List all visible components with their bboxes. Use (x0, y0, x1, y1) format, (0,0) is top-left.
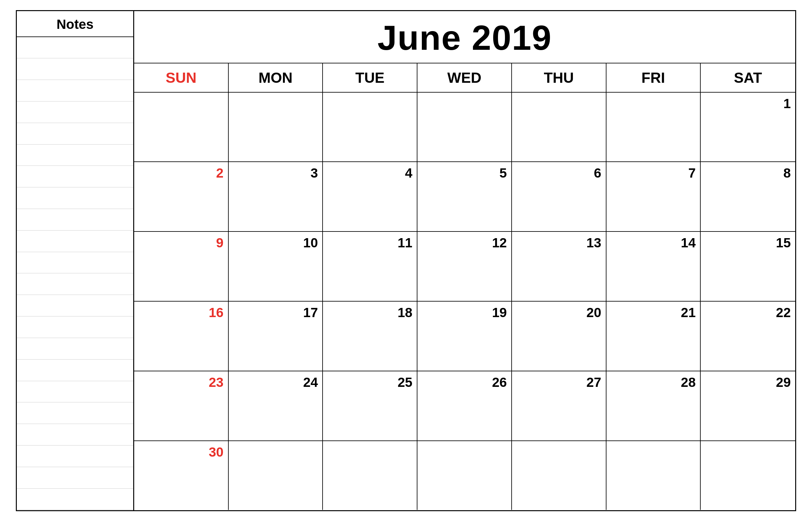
day-cell[interactable]: 23 (134, 371, 229, 440)
day-cell[interactable]: 12 (418, 232, 512, 301)
day-number: 4 (328, 165, 412, 181)
day-cell (323, 441, 418, 510)
day-cell (512, 441, 606, 510)
notes-line[interactable] (17, 338, 133, 360)
day-cell[interactable]: 29 (701, 371, 795, 440)
day-cell (418, 441, 512, 510)
day-number: 30 (139, 444, 224, 460)
day-cell[interactable]: 10 (229, 232, 323, 301)
week-row-2: 2345678 (134, 162, 795, 232)
notes-line[interactable] (17, 80, 133, 101)
day-cell[interactable]: 2 (134, 162, 229, 231)
day-cell[interactable]: 18 (323, 301, 418, 371)
notes-line[interactable] (17, 273, 133, 295)
notes-line[interactable] (17, 316, 133, 338)
notes-line[interactable] (17, 101, 133, 123)
day-cell (323, 93, 418, 162)
page-container: Notes June 2019 SUNMONTUEWEDTHUFRISAT 12… (16, 10, 796, 511)
day-cell (606, 93, 701, 162)
day-header-tue: TUE (323, 63, 418, 92)
day-number: 18 (328, 305, 412, 321)
day-cell[interactable]: 30 (134, 441, 229, 510)
notes-line[interactable] (17, 123, 133, 144)
week-row-4: 16171819202122 (134, 301, 795, 371)
notes-section: Notes (17, 11, 134, 510)
day-number: 25 (328, 375, 412, 390)
calendar-month-year: June 2019 (378, 18, 552, 57)
day-number: 22 (705, 305, 791, 321)
weeks-container: 1234567891011121314151617181920212223242… (134, 93, 795, 510)
day-cell[interactable]: 1 (701, 93, 795, 162)
notes-line[interactable] (17, 209, 133, 230)
day-header-thu: THU (512, 63, 606, 92)
week-row-6: 30 (134, 441, 795, 510)
day-cell[interactable]: 14 (606, 232, 701, 301)
notes-line[interactable] (17, 360, 133, 381)
day-number: 16 (139, 305, 224, 321)
day-header-fri: FRI (606, 63, 701, 92)
notes-line[interactable] (17, 446, 133, 467)
calendar-title-area: June 2019 (134, 11, 795, 63)
notes-line[interactable] (17, 252, 133, 274)
week-row-3: 9101112131415 (134, 232, 795, 301)
day-number: 28 (611, 375, 696, 390)
day-number: 20 (516, 305, 602, 321)
notes-line[interactable] (17, 467, 133, 489)
day-number: 24 (233, 375, 318, 390)
day-number: 13 (516, 235, 602, 251)
day-number: 11 (328, 235, 412, 251)
day-cell[interactable]: 21 (606, 301, 701, 371)
notes-line[interactable] (17, 187, 133, 209)
notes-lines (17, 37, 133, 510)
day-cell[interactable]: 20 (512, 301, 606, 371)
week-row-5: 23242526272829 (134, 371, 795, 441)
day-number: 2 (139, 165, 224, 181)
day-cell[interactable]: 9 (134, 232, 229, 301)
notes-line[interactable] (17, 58, 133, 80)
day-cell[interactable]: 19 (418, 301, 512, 371)
day-number: 27 (516, 375, 602, 390)
day-cell[interactable]: 5 (418, 162, 512, 231)
notes-line[interactable] (17, 37, 133, 59)
day-number: 9 (139, 235, 224, 251)
day-cell[interactable]: 22 (701, 301, 795, 371)
day-cell[interactable]: 11 (323, 232, 418, 301)
day-number: 10 (233, 235, 318, 251)
day-number: 14 (611, 235, 696, 251)
day-cell[interactable]: 13 (512, 232, 606, 301)
day-header-sat: SAT (701, 63, 795, 92)
day-cell (229, 441, 323, 510)
day-cell[interactable]: 7 (606, 162, 701, 231)
day-cell[interactable]: 6 (512, 162, 606, 231)
day-number: 7 (611, 165, 696, 181)
notes-line[interactable] (17, 166, 133, 187)
notes-line[interactable] (17, 230, 133, 252)
week-row-1: 1 (134, 93, 795, 162)
day-cell[interactable]: 3 (229, 162, 323, 231)
day-cell[interactable]: 17 (229, 301, 323, 371)
day-cell[interactable]: 28 (606, 371, 701, 440)
day-number: 8 (705, 165, 791, 181)
day-header-wed: WED (418, 63, 512, 92)
day-cell[interactable]: 8 (701, 162, 795, 231)
notes-line[interactable] (17, 424, 133, 446)
day-cell (134, 93, 229, 162)
calendar-grid: SUNMONTUEWEDTHUFRISAT 123456789101112131… (134, 63, 795, 510)
day-cell[interactable]: 15 (701, 232, 795, 301)
day-number: 21 (611, 305, 696, 321)
notes-line[interactable] (17, 295, 133, 316)
day-cell[interactable]: 26 (418, 371, 512, 440)
day-headers-row: SUNMONTUEWEDTHUFRISAT (134, 63, 795, 93)
day-number: 17 (233, 305, 318, 321)
day-cell[interactable]: 27 (512, 371, 606, 440)
notes-line[interactable] (17, 489, 133, 510)
day-cell[interactable]: 24 (229, 371, 323, 440)
day-cell[interactable]: 25 (323, 371, 418, 440)
notes-line[interactable] (17, 381, 133, 403)
day-cell[interactable]: 16 (134, 301, 229, 371)
notes-line[interactable] (17, 144, 133, 166)
day-number: 5 (422, 165, 507, 181)
day-number: 29 (705, 375, 791, 390)
notes-line[interactable] (17, 402, 133, 424)
day-cell[interactable]: 4 (323, 162, 418, 231)
